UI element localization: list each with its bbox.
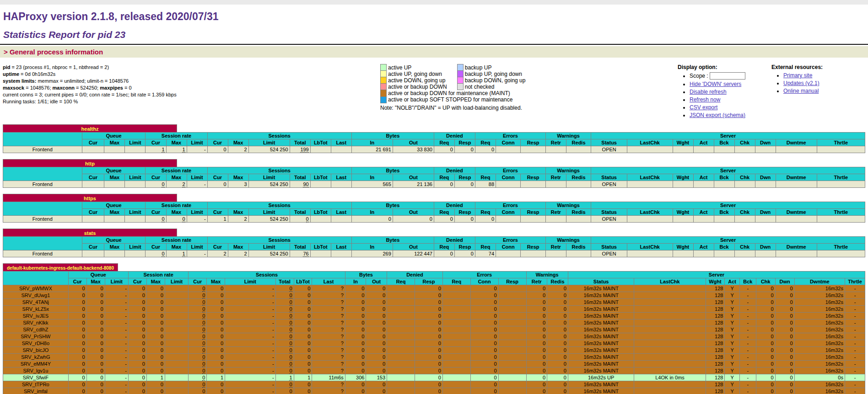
external-resource-link[interactable]: Updates (v2.1) xyxy=(783,80,819,86)
cell-dwntme: 16m32s xyxy=(794,313,845,319)
cell-dwntme: 16m32s xyxy=(794,340,845,347)
display-option-link[interactable]: CSV export xyxy=(690,104,717,111)
cell-max: 0 xyxy=(86,374,105,381)
cell-cur: 0 xyxy=(129,299,147,306)
cell-act: Y xyxy=(725,319,739,326)
row-name: SRV_imfal xyxy=(3,388,69,394)
column-header: In xyxy=(351,174,393,181)
cell-retr: 0 xyxy=(526,374,547,381)
cell-limit: - xyxy=(225,285,275,292)
column-header: Max xyxy=(228,174,248,181)
proxy-name-link[interactable]: stats xyxy=(84,230,96,236)
cell-conn: 0 xyxy=(470,319,498,326)
column-header: Wght xyxy=(673,139,693,146)
scope-item: Scope : xyxy=(690,72,771,80)
cell-conn: 0 xyxy=(470,340,498,347)
cell-last: ? xyxy=(312,381,345,388)
cell-last: ? xyxy=(312,361,345,367)
column-header: Conn xyxy=(496,139,521,146)
cell-dwntme: 16m32s xyxy=(794,388,845,394)
cell-out: 0 xyxy=(366,306,387,313)
cell-req xyxy=(442,367,470,374)
cell-cur: 2 xyxy=(207,250,228,257)
display-option-link[interactable]: Refresh now xyxy=(690,96,720,103)
column-header: LbTot xyxy=(310,139,331,146)
cell-chk: 0 xyxy=(756,347,775,354)
column-header: LastChk xyxy=(627,244,673,250)
cell-dwntme xyxy=(776,181,817,188)
cell-wght: 128 xyxy=(706,374,725,381)
legend-label: active or backup DOWN xyxy=(387,84,458,90)
cell-req: 74 xyxy=(475,250,496,257)
proxy-name-link[interactable]: healthz xyxy=(81,126,99,132)
cell-bck: - xyxy=(739,285,756,292)
cell-wght: 128 xyxy=(706,381,725,388)
cell-resp: 0 xyxy=(454,146,475,153)
column-header: Retr xyxy=(545,244,566,250)
cell-bck: - xyxy=(739,367,756,374)
frontend-row: Frontend11-02524 25019921 69133 830000OP… xyxy=(3,146,865,153)
cell-cur: 0 xyxy=(68,367,86,374)
cell-dwn: 0 xyxy=(775,326,794,333)
column-header: Resp xyxy=(521,174,545,181)
column-header: Act xyxy=(693,174,714,181)
cell-resp: 0 xyxy=(415,285,442,292)
cell-wght: 128 xyxy=(706,340,725,347)
cell-req xyxy=(387,361,415,367)
cell-max: 0 xyxy=(146,381,165,388)
row-name: SRV_tTPRo xyxy=(3,381,69,388)
server-row: SRV_kLZ5x00-0000-00?00000016m32s MAINT12… xyxy=(3,306,865,313)
cell-req xyxy=(442,347,470,354)
display-option-item: Hide 'DOWN' servers xyxy=(690,81,771,87)
cell-out: 153 xyxy=(366,374,387,381)
column-header: Cur xyxy=(82,209,104,216)
legend-swatch xyxy=(381,84,387,90)
display-option-link[interactable]: Disable refresh xyxy=(690,89,727,95)
cell-thrtle: - xyxy=(845,285,865,292)
cell-wght: 128 xyxy=(706,306,725,313)
column-header: Max xyxy=(86,278,105,285)
cell-dwn: 0 xyxy=(775,374,794,381)
external-resource-link[interactable]: Online manual xyxy=(783,88,819,94)
display-option-link[interactable]: Hide 'DOWN' servers xyxy=(690,81,741,87)
cell-lastchk xyxy=(634,306,706,313)
column-header: Req xyxy=(434,209,454,216)
cell-dwntme: 16m32s xyxy=(794,333,845,340)
cell-retr: 0 xyxy=(526,299,547,306)
cell-lastchk xyxy=(627,250,673,257)
display-option-link[interactable]: JSON export (schema) xyxy=(690,112,745,118)
cell-chk: 0 xyxy=(756,333,775,340)
cell-last xyxy=(331,146,351,153)
proxy-name-link[interactable]: https xyxy=(84,196,96,201)
column-header: Max xyxy=(207,278,225,285)
cell-dwn: 0 xyxy=(775,388,794,394)
cell-cur: 0 xyxy=(129,354,147,361)
external-resource-link[interactable]: Primary site xyxy=(783,72,812,79)
scope-label: Scope : xyxy=(690,73,708,79)
column-header: Max xyxy=(146,278,165,285)
column-header: Status xyxy=(568,278,634,285)
proxy-name-link[interactable]: default-kubernetes-ingress-default-backe… xyxy=(7,266,114,271)
cell-out: 0 xyxy=(366,354,387,361)
corner-header xyxy=(3,272,69,285)
cell-status: OPEN xyxy=(591,146,627,153)
group-header: Sessions xyxy=(207,202,351,209)
cell-total: 0 xyxy=(290,216,310,223)
proxy-name-link[interactable]: http xyxy=(85,161,95,166)
cell-limit xyxy=(165,333,188,340)
cell-thrtle: - xyxy=(845,354,865,361)
cell-conn: 0 xyxy=(470,367,498,374)
cell-retr: 0 xyxy=(526,381,547,388)
cell-out: 0 xyxy=(366,292,387,299)
group-header: Errors xyxy=(475,167,545,174)
cell-cur: 0 xyxy=(146,216,166,223)
column-header: Limit xyxy=(125,174,146,181)
scope-input[interactable] xyxy=(710,72,745,80)
column-header: Resp xyxy=(521,244,545,250)
cell-max: 0 xyxy=(146,326,165,333)
cell-limit: 524 250 xyxy=(248,216,290,223)
cell-resp xyxy=(498,326,526,333)
cell-status: 16m32s MAINT xyxy=(568,285,634,292)
cell-wght: 128 xyxy=(706,361,725,367)
cell-max: 0 xyxy=(86,381,105,388)
